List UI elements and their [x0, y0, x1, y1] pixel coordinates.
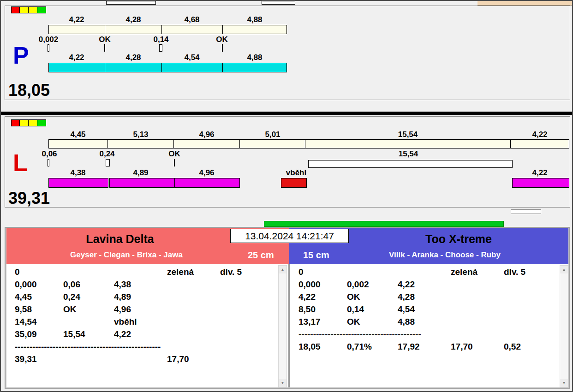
cell: 0: [298, 267, 347, 277]
cell: [63, 354, 114, 364]
run-segment: [174, 178, 240, 188]
run-segment: [109, 178, 175, 188]
time-segment: [223, 25, 286, 34]
scroll-up-button[interactable]: ▲: [560, 266, 568, 273]
cell: 39,31: [15, 354, 63, 364]
track-l-total-time: 39,31: [8, 190, 50, 207]
mini-progress-bar: [511, 209, 541, 214]
cell: 0,24: [63, 292, 114, 302]
cell: 13,17: [298, 317, 347, 327]
cell: [220, 354, 273, 364]
segment-time-label: 4,45: [70, 130, 85, 139]
cell: [504, 304, 557, 315]
team-right-name: Too X-treme: [425, 232, 492, 246]
segment-time-label: 5,13: [133, 130, 148, 139]
time-segment: [162, 25, 223, 34]
team-right-height: 15 cm: [303, 250, 329, 261]
gap-tick: [222, 44, 223, 52]
table-row: 4,22OK4,28: [298, 292, 557, 302]
table-row: 0zelenádiv. 5: [15, 267, 273, 277]
segment-time-label: 4,22: [532, 130, 547, 139]
segment-time-label: 4,68: [184, 15, 199, 24]
background-window-fragment: [262, 1, 295, 5]
background-window-fragment: [106, 1, 156, 5]
cell: [114, 267, 167, 277]
cell: 4,22: [398, 279, 451, 290]
cell: 17,70: [451, 342, 504, 352]
cell: [451, 292, 504, 302]
cell: 4,38: [114, 279, 167, 290]
gap-marker: [48, 44, 49, 52]
cell: [167, 329, 220, 339]
table-separator: ----------------------------------------…: [298, 329, 421, 339]
plan-time-bar-l: [48, 139, 569, 148]
changeover-label: 0,14: [153, 35, 168, 44]
segment-time-label: 4,38: [70, 168, 85, 178]
table-total-row: 18,050,71%17,9217,700,52: [298, 342, 557, 352]
scroll-up-button[interactable]: ▲: [279, 266, 286, 273]
cell: OK: [63, 304, 114, 315]
status-light-yellow: [20, 6, 29, 13]
segment-time-label: 4,28: [125, 53, 141, 62]
cell: 4,22: [298, 292, 347, 302]
scrollbar-right-table[interactable]: ▲ ▼: [560, 265, 568, 387]
changeover-label: OK: [216, 35, 228, 44]
background-window-fragment: [478, 1, 573, 6]
status-light-red: [11, 6, 20, 13]
cell: 4,88: [398, 317, 451, 327]
run-time-bar-p: [48, 63, 287, 72]
fault-label: vběhl: [286, 168, 306, 178]
cell: 0,002: [347, 279, 398, 290]
time-segment: [105, 25, 162, 34]
scroll-down-button[interactable]: ▼: [279, 379, 286, 387]
cell: 35,09: [15, 329, 63, 339]
status-light-red: [11, 119, 20, 126]
changeover-label: 0,002: [39, 35, 59, 44]
cell: 4,96: [114, 304, 167, 315]
cell: 0: [15, 267, 63, 277]
status-light-green: [37, 6, 46, 13]
cell: [451, 317, 504, 327]
cell: 9,58: [15, 304, 63, 315]
gap-tick: [174, 159, 175, 166]
segment-time-label: 4,89: [133, 168, 148, 178]
cell: [63, 267, 114, 277]
cell: 0,000: [15, 279, 63, 290]
status-light-yellow: [29, 6, 37, 13]
scrollbar-left-table[interactable]: ▲ ▼: [278, 265, 287, 387]
team-left-name: Lavina Delta: [86, 232, 154, 246]
track-p-panel: [5, 6, 570, 100]
fault-segment: [281, 178, 307, 188]
track-l-letter: L: [13, 151, 28, 175]
cell: zelená: [451, 267, 504, 277]
cell: [398, 267, 451, 277]
datetime-display: 13.04.2024 14:21:47: [230, 229, 349, 243]
table-row: 9,58OK4,96: [15, 304, 273, 315]
time-segment: [49, 63, 105, 72]
gap-marker: [159, 44, 162, 52]
cell: [504, 317, 557, 327]
time-segment: [223, 63, 286, 72]
time-segment: [305, 140, 511, 148]
progress-bar-green: [264, 221, 504, 227]
time-segment: [174, 140, 240, 148]
table-row: 4,450,244,89: [15, 292, 273, 302]
cell: 4,89: [114, 292, 167, 302]
cell: [504, 292, 557, 302]
cell: [451, 304, 504, 315]
changeover-label: 0,24: [99, 149, 114, 159]
time-segment: [240, 140, 305, 148]
segment-time-label: 4,96: [199, 130, 214, 139]
cell: OK: [347, 317, 398, 327]
time-segment: [105, 63, 162, 72]
cell: 4,22: [114, 329, 167, 339]
segment-time-label: 15,54: [398, 130, 418, 139]
cell: [220, 279, 273, 290]
plan-time-bar-p: [48, 25, 287, 34]
segment-time-label: 5,01: [265, 130, 280, 139]
changeover-label: OK: [99, 35, 111, 44]
cell: 4,45: [15, 292, 63, 302]
scroll-down-button[interactable]: ▼: [560, 379, 568, 387]
cell: 0,71%: [347, 342, 398, 352]
team-left-height: 25 cm: [248, 250, 274, 261]
